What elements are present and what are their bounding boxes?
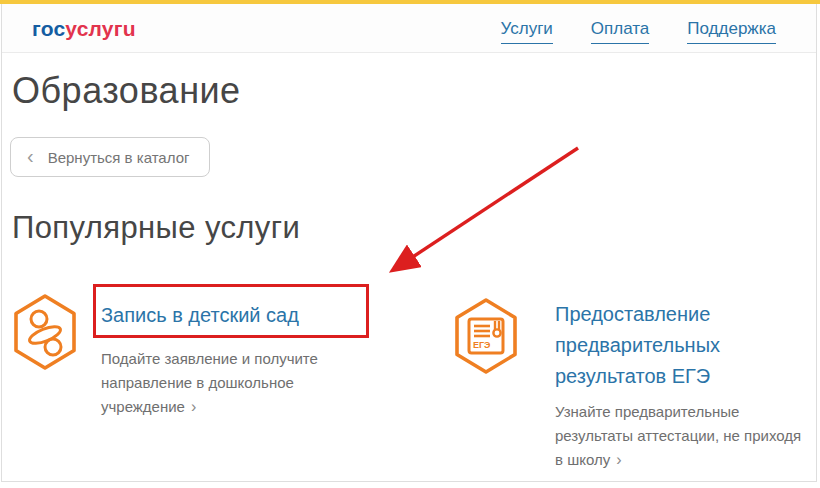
pacifier-hexagon-icon[interactable] (11, 293, 79, 375)
logo-part-red: услугu (65, 17, 135, 40)
site-header: госуслугu Услуги Оплата Поддержка (2, 4, 816, 53)
chevron-right-icon[interactable]: › (185, 398, 196, 415)
service-description-text: Узнайте предварительные результаты аттес… (555, 403, 801, 468)
service-description-kindergarten: Подайте заявление и получите направление… (101, 347, 339, 419)
nav-item-payment[interactable]: Оплата (591, 19, 649, 44)
gosuslugi-logo[interactable]: госуслугu (32, 17, 136, 41)
ege-icon-label: ЕГЭ (473, 340, 491, 350)
service-link-kindergarten[interactable]: Запись в детский сад (101, 300, 299, 331)
service-description-ege: Узнайте предварительные результаты аттес… (555, 400, 811, 472)
back-to-catalog-button[interactable]: ‹ Вернуться в каталог (10, 137, 210, 177)
back-button-label: Вернуться в каталог (48, 149, 190, 166)
main-nav: Услуги Оплата Поддержка (501, 19, 776, 44)
top-accent-bar (0, 0, 820, 4)
nav-item-support[interactable]: Поддержка (687, 19, 776, 44)
ege-certificate-hexagon-icon[interactable]: ЕГЭ (452, 297, 520, 379)
chevron-left-icon: ‹ (27, 146, 34, 166)
logo-part-blue: гос (32, 17, 65, 40)
nav-item-services[interactable]: Услуги (501, 19, 553, 44)
chevron-right-icon[interactable]: › (610, 451, 621, 468)
section-title-popular-services: Популярные услуги (12, 210, 300, 246)
page-title: Образование (12, 70, 241, 112)
service-description-text: Подайте заявление и получите направление… (101, 350, 318, 415)
service-link-ege-results[interactable]: Предоставление предварительных результат… (555, 299, 760, 392)
